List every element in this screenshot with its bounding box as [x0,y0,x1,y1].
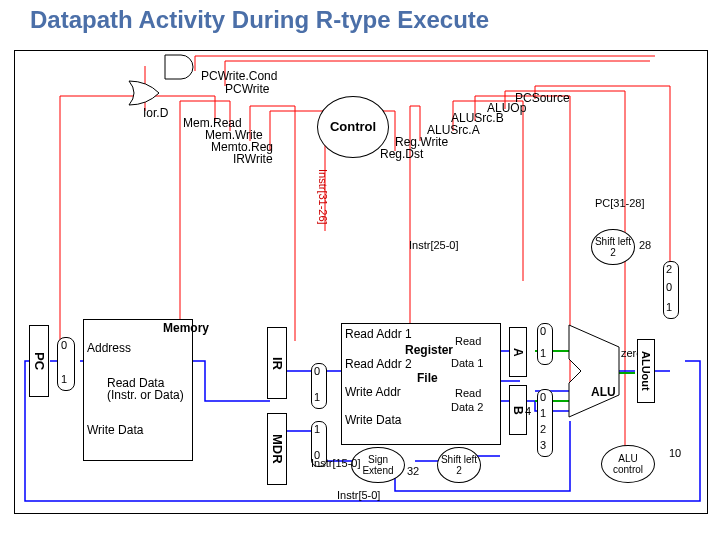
lbl-regwrite: Reg.Write [395,135,448,149]
mux-alusrcb-3: 3 [540,439,546,451]
mux-pcsrc-2: 2 [666,263,672,275]
lbl-alusrca: ALUSrc.A [427,123,480,137]
lbl-pc3128: PC[31-28] [595,197,645,209]
shiftleft2-lower: Shift left 2 [437,447,481,483]
mdr-register: MDR [267,413,287,485]
lbl-writedatamem: Write Data [87,423,143,437]
mux-iord-0: 0 [61,339,67,351]
lbl-instr50: Instr[5-0] [337,489,380,501]
mux-iord-1: 1 [61,373,67,385]
lbl-readdata2: Data 2 [451,401,483,413]
lbl-alu: ALU [591,385,616,399]
mux-memtoreg-1: 1 [314,423,320,435]
mux-alusrca-0: 0 [540,325,546,337]
control-block: Control [317,96,389,158]
lbl-writedata2: Write Data [345,413,401,427]
alucontrol-block: ALU control [601,445,655,483]
pc-register: PC [29,325,49,397]
datapath-canvas: PCWrite.Cond PCWrite Ior.D Mem.Read Mem.… [14,50,708,514]
lbl-memory: Memory [163,321,209,335]
alu-block [567,323,621,419]
mux-alusrcb-1: 1 [540,407,546,419]
lbl-iord: Ior.D [143,106,168,120]
lbl-address: Address [87,341,131,355]
mux-pcsrc-0: 0 [666,281,672,293]
lbl-instr150: Instr[15-0] [311,457,361,469]
mux-regdst-1: 1 [314,391,320,403]
ir-register: IR [267,327,287,399]
lbl-readaddr2: Read Addr 2 [345,357,412,371]
lbl-irwrite: IRWrite [233,152,273,166]
lbl-instr250: Instr[25-0] [409,239,459,251]
svg-marker-0 [569,325,619,417]
A-latch: A [509,327,527,377]
lbl-readdatamem: Read Data (Instr. or Data) [107,377,184,401]
mux-alusrca-1: 1 [540,347,546,359]
mux-alusrcb-0: 0 [540,391,546,403]
mux-regdst-0: 0 [314,365,320,377]
mux-pcsrc-1: 1 [666,301,672,313]
lbl-28: 28 [639,239,651,251]
lbl-readdata1: Data 1 [451,357,483,369]
lbl-readdata1p: Read [455,335,481,347]
page-title: Datapath Activity During R-type Execute [0,0,720,34]
aluout-reg: ALUout [637,339,655,403]
lbl-readdata2p: Read [455,387,481,399]
lbl-pcsource: PCSource [515,91,570,105]
lbl-readaddr1: Read Addr 1 [345,327,412,341]
lbl-instr3126: Instr[31-26] [317,169,329,225]
lbl-regfile: Register [405,343,453,357]
mux-alusrcb-2: 2 [540,423,546,435]
or-gate-icon [127,79,162,107]
lbl-4const: 4 [525,405,531,417]
and-gate-icon [163,53,198,81]
lbl-32: 32 [407,465,419,477]
lbl-pcwritecond: PCWrite.Cond [201,69,277,83]
shiftleft2-upper: Shift left 2 [591,229,635,265]
lbl-pcwrite: PCWrite [225,82,269,96]
lbl-10: 10 [669,447,681,459]
lbl-regdst: Reg.Dst [380,147,423,161]
lbl-writeaddr: Write Addr [345,385,401,399]
lbl-file: File [417,371,438,385]
